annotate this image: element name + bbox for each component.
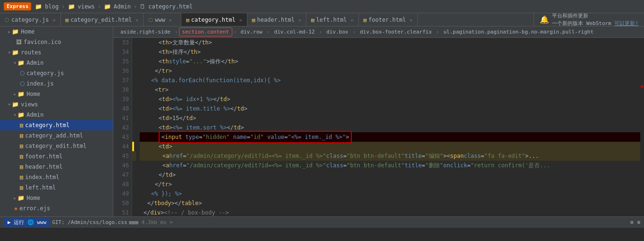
breadcrumb-bar: aside.right-side › section.content › div… [113,26,644,38]
line-numbers: 33 34 35 36 37 38 39 40 41 42 43 44 45 4… [113,38,132,216]
tree-arrow-icon [13,112,17,118]
run-server-label: www [37,219,47,225]
close-icon[interactable]: ✕ [239,17,242,23]
breadcrumb-section[interactable]: section.content [179,27,232,36]
notification-link[interactable]: 可以更新! [614,20,638,26]
sidebar-item-home[interactable]: 📁 Home [0,26,113,37]
sidebar-item-left-html[interactable]: ▤ left.html [0,182,113,193]
folder-icon: 📁 [12,49,19,56]
sidebar-item-routes-admin[interactable]: 📁 Admin [0,58,113,68]
ejs-icon: ◈ [14,215,17,216]
sidebar-item-home2[interactable]: 📁 Home [0,89,113,99]
tab-label: category.html [191,17,236,23]
sidebar-item-views-admin[interactable]: 📁 Admin [0,110,113,120]
sidebar-item-routes[interactable]: 📁 routes [0,47,113,58]
html-icon: ▤ [20,122,23,129]
sidebar-item-category-js[interactable]: ⬡ category.js [0,68,113,78]
sidebar-item-label: footer.html [25,153,62,160]
app-logo: Express [4,2,31,10]
code-line-45: <a href="/admin/category/edit?id=<%= ite… [140,151,644,161]
breadcrumb-ul-pagination[interactable]: ul.pagination.pagination-bg.no-margin.pu… [440,27,597,36]
code-line-50: </tbody></table> [140,198,644,208]
tree-arrow-icon [8,101,11,108]
notification-panel: 🔔 平台和插件更新 一个新的版本 WebStorm 可以更新! [534,13,644,26]
close-icon[interactable]: ✕ [298,17,301,23]
run-label: 运行 [14,219,24,225]
sidebar-item-views[interactable]: 📁 views [0,99,113,110]
close-icon[interactable]: ✕ [169,17,172,23]
sidebar-item-label: category_edit.html [25,143,86,149]
breadcrumb-sep: › [233,29,237,35]
sidebar-item-error-ejs[interactable]: ◈ error.ejs [0,203,113,214]
code-line-38: <tr> [140,85,644,95]
notification-text: 平台和插件更新 一个新的版本 WebStorm 可以更新! [552,13,638,26]
run-server-icon: 🌐 [27,219,34,225]
status-extra: ■■■ 4.3kb ms = [129,219,173,225]
tab-label: category_edit.html [70,17,132,23]
tree-arrow-icon [8,49,11,56]
folder-icon: 📁 [12,101,19,108]
tab-category-js[interactable]: ⬡ category.js ✕ [0,13,61,26]
tab-left-html[interactable]: ▤ left.html ✕ [306,13,359,26]
nav-blog: blog [45,3,59,10]
sidebar-item-label: left.html [25,184,56,191]
status-left: ▶ 运行 🌐 www GIT: /Admin/css/logo.css ■■■ … [4,218,173,227]
code-editor[interactable]: 33 34 35 36 37 38 39 40 41 42 43 44 45 4… [113,38,644,216]
sidebar-item-favicon[interactable]: 🖼 favicon.ico [0,37,113,47]
sidebar-item-category-html[interactable]: ▤ category.html [0,120,113,130]
html-icon: ▤ [20,184,23,191]
code-line-37: <% data.forEach(function(item,idx){ %> [140,76,644,85]
folder-icon: 📁 [17,91,25,97]
breadcrumb-aside[interactable]: aside.right-side [117,27,174,36]
settings-icon[interactable]: ⚙ [630,219,634,225]
sidebar-item-label: Home [26,91,40,97]
close-icon[interactable]: ✕ [351,17,354,23]
nav-file: category.html [148,3,193,10]
tab-category-edit-html[interactable]: ▤ category_edit.html ✕ [61,13,144,26]
close-icon[interactable]: ✕ [136,17,138,23]
notification-title: 平台和插件更新 [552,13,588,19]
sidebar-item-footer-html[interactable]: ▤ footer.html [0,151,113,162]
sidebar-item-category-edit-html[interactable]: ▤ category_edit.html [0,141,113,151]
tab-header-html[interactable]: ▤ header.html ✕ [247,13,306,26]
sidebar-item-label: error.ejs [19,205,50,212]
sidebar-item-home3[interactable]: 📁 Home [0,193,113,203]
close-icon[interactable]: ✕ [410,17,413,23]
breadcrumb-div-box[interactable]: div.box [323,27,351,36]
tree-arrow-icon [13,91,17,97]
run-button[interactable]: ▶ 运行 🌐 www [4,218,50,227]
code-content[interactable]: <th>文章数量</th> <th>排序</th> <th style="...… [136,38,644,216]
breadcrumb-sep: › [436,29,440,35]
sidebar-item-category-add-html[interactable]: ▤ category_add.html [0,130,113,141]
tab-footer-html[interactable]: ▤ footer.html ✕ [359,13,418,26]
sidebar-item-label: category_add.html [25,132,83,139]
sidebar: 📁 Home 🖼 favicon.ico 📁 routes 📁 Admin ⬡ … [0,26,113,216]
breadcrumb-div-row[interactable]: div.row [237,27,266,36]
tab-label: header.html [257,17,294,23]
sidebar-item-index-js[interactable]: ⬡ index.js [0,78,113,89]
tree-arrow-icon [13,60,17,66]
sidebar-item-label: routes [21,49,41,56]
settings-icon2[interactable]: ⚙ [637,219,640,225]
gutter [132,38,136,216]
close-icon[interactable]: ✕ [52,17,55,23]
tab-label: left.html [316,17,347,23]
nav-views: views [78,3,95,10]
sidebar-item-label: Home [26,195,40,201]
sidebar-item-index-ejs[interactable]: ◈ index.ejs [0,214,113,216]
code-line-34: <th>排序</th> [140,47,644,57]
file-icon: 🖼 [16,39,22,45]
tab-category-html[interactable]: ▤ category.html ✕ [181,13,247,26]
status-bar: ▶ 运行 🌐 www GIT: /Admin/css/logo.css ■■■ … [0,216,644,228]
code-line-51: </div><!-- / box-body --> [140,208,644,216]
sidebar-item-index-html[interactable]: ▤ index.html [0,172,113,182]
breadcrumb-div-box-footer[interactable]: div.box-footer.clearfix [356,27,435,36]
code-line-44: <td> [140,142,644,151]
js-icon: ⬡ [20,80,25,87]
sidebar-item-header-html[interactable]: ▤ header.html [0,162,113,172]
breadcrumb-div-col[interactable]: div.col-md-12 [271,27,318,36]
code-line-49: <% }); %> [140,189,644,198]
tree-arrow-icon [8,28,11,35]
tab-www[interactable]: ⬡ www ✕ [144,13,181,26]
html-icon: ▤ [20,143,23,149]
